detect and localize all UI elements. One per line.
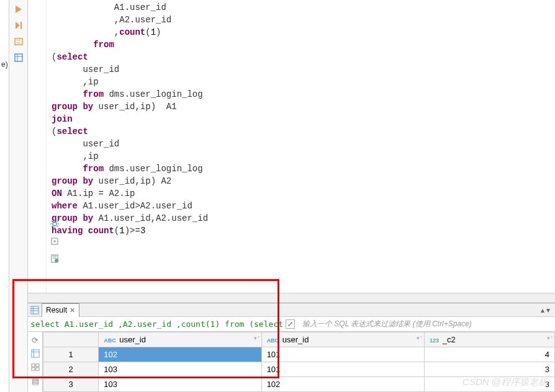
left-toolbar [9, 0, 28, 392]
table-icon[interactable] [12, 51, 25, 65]
row-number-cell: 2 [43, 362, 99, 377]
run-icon[interactable] [12, 2, 25, 16]
expand-query-icon[interactable]: ⤢ [286, 319, 295, 329]
filter-input[interactable]: 输入一个 SQL 表达式来过滤结果 (使用 Ctrl+Space) [297, 319, 553, 329]
svg-point-6 [55, 259, 58, 262]
svg-rect-2 [15, 54, 22, 61]
query-preview: select A1.user_id ,A2.user_id ,count(1) … [30, 319, 283, 329]
close-icon[interactable]: ✕ [70, 306, 75, 314]
result-grid-toolbar: ⟳ ▤ [28, 332, 43, 392]
column-header[interactable]: ABC user_id▾⎖ [261, 332, 424, 347]
svg-rect-12 [35, 368, 38, 370]
explain-icon[interactable] [12, 35, 25, 48]
table-cell[interactable]: 4 [425, 347, 555, 362]
refresh-icon[interactable]: ⟳ [30, 334, 41, 345]
grid-tab-icon[interactable] [28, 303, 42, 317]
svg-rect-8 [31, 350, 38, 357]
table-cell[interactable]: 102 [261, 377, 424, 392]
save-icon[interactable] [48, 252, 61, 265]
table-cell[interactable]: 103 [99, 362, 261, 377]
table-cell[interactable]: 3 [425, 362, 555, 377]
svg-rect-11 [31, 368, 34, 370]
table-cell[interactable]: 103 [99, 377, 261, 392]
svg-point-3 [53, 222, 56, 226]
column-header[interactable]: ABC user_id▾⎖ [99, 332, 261, 347]
table-cell[interactable]: 102 [99, 347, 261, 362]
watermark: CSDN @程序猿老杨 [463, 376, 548, 388]
table-row[interactable]: 21031013 [43, 362, 555, 377]
row-number-header [43, 332, 99, 347]
table-cell[interactable]: 101 [261, 362, 424, 377]
svg-rect-1 [15, 38, 22, 45]
panels-icon[interactable] [30, 362, 41, 373]
truncated-text: e) [0, 59, 9, 70]
settings-icon[interactable] [48, 217, 61, 231]
panel-expand-icon[interactable]: ▴ ▾ [541, 306, 555, 314]
line-gutter [28, 0, 47, 293]
run-step-icon[interactable] [12, 19, 25, 32]
grid-icon[interactable] [30, 348, 41, 359]
svg-rect-7 [31, 306, 38, 313]
sql-editor[interactable]: A1.user_id ,A2.user_id ,count(1) from(se… [28, 0, 555, 293]
result-tab-label: Result [46, 306, 67, 314]
svg-rect-10 [35, 364, 38, 367]
export-icon[interactable] [48, 234, 61, 248]
details-icon[interactable]: ▤ [30, 375, 41, 386]
row-number-cell: 3 [43, 377, 99, 392]
column-header[interactable]: 123 _c2▾⎖ [425, 332, 555, 347]
tab-result[interactable]: Result ✕ [42, 303, 79, 317]
svg-rect-0 [20, 22, 22, 29]
svg-rect-9 [31, 364, 34, 367]
row-number-cell: 1 [43, 347, 99, 362]
table-cell[interactable]: 101 [261, 347, 424, 362]
table-row[interactable]: 11021014 [43, 347, 555, 362]
horizontal-scrollbar[interactable] [28, 293, 555, 303]
